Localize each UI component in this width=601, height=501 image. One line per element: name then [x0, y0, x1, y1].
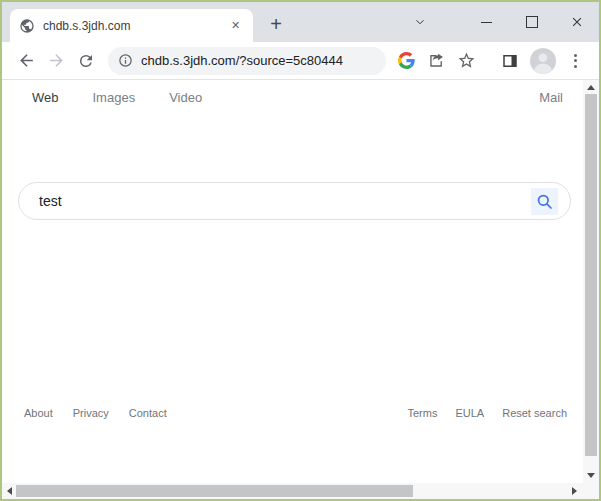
side-panel-button[interactable]: [496, 47, 524, 75]
refresh-button[interactable]: [72, 47, 100, 75]
profile-avatar[interactable]: [530, 48, 556, 74]
maximize-icon: [526, 16, 538, 28]
bookmark-button[interactable]: [452, 47, 480, 75]
person-icon: [530, 48, 556, 74]
window-controls: [397, 2, 599, 42]
tab-close-icon[interactable]: ✕: [227, 17, 244, 34]
maximize-button[interactable]: [509, 2, 554, 42]
refresh-icon: [77, 52, 95, 70]
kebab-dot: [574, 59, 577, 62]
tab-title: chdb.s.3jdh.com: [43, 19, 227, 33]
address-bar[interactable]: chdb.s.3jdh.com/?source=5c80444: [108, 47, 386, 75]
nav-tab-images[interactable]: Images: [93, 90, 136, 105]
footer-link-privacy[interactable]: Privacy: [73, 407, 109, 419]
page-info-icon[interactable]: [118, 53, 133, 68]
search-category-nav: Web Images Video: [32, 90, 202, 105]
back-button[interactable]: [12, 47, 40, 75]
footer-link-contact[interactable]: Contact: [129, 407, 167, 419]
google-services-button[interactable]: [392, 47, 420, 75]
minimize-button[interactable]: [464, 2, 509, 42]
vertical-scrollbar-thumb[interactable]: [585, 94, 597, 456]
search-box: [18, 182, 571, 220]
search-icon: [535, 192, 554, 211]
footer-link-reset-search[interactable]: Reset search: [502, 407, 567, 419]
scroll-up-arrow-icon[interactable]: [587, 85, 595, 90]
share-button[interactable]: [422, 47, 450, 75]
close-icon: [570, 15, 584, 29]
kebab-dot: [574, 65, 577, 68]
footer-right-links: Terms EULA Reset search: [389, 407, 567, 419]
footer-link-eula[interactable]: EULA: [455, 407, 484, 419]
footer-left-links: About Privacy Contact: [24, 407, 187, 419]
page-content: Web Images Video Mail About Privacy Cont…: [2, 80, 599, 483]
scroll-left-arrow-icon[interactable]: [7, 487, 12, 495]
horizontal-scrollbar-thumb[interactable]: [16, 485, 413, 497]
vertical-scrollbar[interactable]: [583, 80, 599, 483]
new-tab-button[interactable]: +: [262, 10, 290, 38]
mail-link[interactable]: Mail: [539, 90, 563, 105]
forward-button[interactable]: [42, 47, 70, 75]
globe-favicon-icon: [19, 18, 35, 34]
url-text: chdb.s.3jdh.com/?source=5c80444: [141, 53, 343, 68]
close-window-button[interactable]: [554, 2, 599, 42]
browser-window: chdb.s.3jdh.com ✕ + chdb.s.3jdh.com/: [0, 0, 601, 501]
side-panel-icon: [501, 52, 519, 70]
browser-toolbar: chdb.s.3jdh.com/?source=5c80444: [2, 42, 599, 79]
google-g-icon: [398, 52, 415, 69]
chevron-down-icon[interactable]: [397, 2, 442, 42]
browser-menu-button[interactable]: [562, 47, 589, 75]
footer-link-terms[interactable]: Terms: [407, 407, 437, 419]
back-arrow-icon: [17, 51, 36, 70]
minimize-icon: [481, 22, 492, 23]
nav-tab-video[interactable]: Video: [169, 90, 202, 105]
scroll-down-arrow-icon[interactable]: [587, 473, 595, 478]
search-input[interactable]: [19, 193, 531, 209]
tab-strip: chdb.s.3jdh.com ✕ +: [2, 2, 599, 42]
forward-arrow-icon: [47, 51, 66, 70]
page-footer: About Privacy Contact Terms EULA Reset s…: [24, 407, 567, 419]
star-icon: [457, 51, 476, 70]
kebab-dot: [574, 54, 577, 57]
nav-tab-web[interactable]: Web: [32, 90, 59, 105]
search-button[interactable]: [531, 188, 558, 215]
horizontal-scrollbar[interactable]: [2, 483, 599, 499]
browser-tab[interactable]: chdb.s.3jdh.com ✕: [10, 9, 253, 42]
footer-link-about[interactable]: About: [24, 407, 53, 419]
share-icon: [427, 51, 446, 70]
scroll-right-arrow-icon[interactable]: [572, 487, 577, 495]
